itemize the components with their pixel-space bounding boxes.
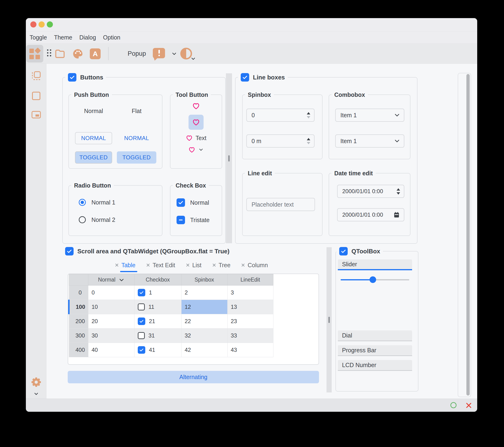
column-header-checkbox[interactable]: Checkbox (134, 274, 181, 286)
cell-normal[interactable]: 30 (88, 329, 134, 343)
cell-normal[interactable]: 10 (88, 300, 134, 314)
cell-lineedit[interactable]: 3 (227, 286, 273, 300)
line-boxes-group-checkbox[interactable] (241, 73, 249, 82)
tab-column[interactable]: Column (241, 260, 268, 270)
tab-list[interactable]: List (185, 260, 201, 270)
font-icon[interactable]: A (90, 48, 101, 59)
popup-chevron-down-icon[interactable] (171, 51, 177, 58)
frame-inspect-button[interactable] (31, 70, 42, 82)
contrast-chevron-down-icon[interactable] (190, 56, 196, 63)
alternating-button[interactable]: Alternating (68, 371, 319, 383)
scroll-area-group-checkbox[interactable] (65, 247, 73, 255)
spinbox-input-2[interactable]: 0 m (246, 134, 315, 148)
drag-handle-icon[interactable] (47, 49, 51, 56)
settings-button[interactable] (31, 376, 42, 388)
column-header-lineedit[interactable]: LineEdit (227, 274, 273, 286)
radio-normal-2[interactable]: Normal 2 (79, 216, 115, 223)
spin-down-icon[interactable] (396, 192, 400, 195)
normal-push-button[interactable]: NORMAL (75, 132, 112, 144)
spin-down-icon[interactable] (307, 142, 310, 144)
cell-spinbox[interactable]: 42 (181, 343, 227, 357)
tab-table[interactable]: Table (114, 260, 135, 270)
toolbox-section-dial[interactable]: Dial (338, 330, 412, 341)
toolbox-section-progress-bar[interactable]: Progress Bar (338, 345, 412, 356)
combobox-select-1[interactable]: Item 1 (335, 108, 404, 122)
cell-spinbox[interactable]: 32 (181, 329, 227, 343)
close-x-icon[interactable] (465, 402, 472, 410)
sidebar-chevron-down-icon[interactable] (31, 391, 42, 397)
vertical-splitter[interactable] (226, 73, 232, 243)
combobox-select-2[interactable]: Item 1 (335, 134, 404, 148)
menu-option[interactable]: Option (103, 34, 120, 41)
checkbox-checked-icon[interactable] (138, 346, 145, 354)
checkbox-checked-icon[interactable] (138, 318, 145, 325)
close-icon[interactable] (185, 263, 190, 268)
picture-in-picture-button[interactable] (31, 109, 42, 120)
cell-normal[interactable]: 20 (88, 314, 134, 329)
qtoolbox-group-checkbox[interactable] (339, 247, 348, 255)
heart-menu-button[interactable] (188, 146, 204, 153)
tab-text-edit[interactable]: Text Edit (146, 260, 175, 270)
zoom-traffic-light[interactable] (47, 21, 53, 28)
cell-lineedit[interactable]: 33 (227, 329, 273, 343)
checkbox-unchecked-icon[interactable] (138, 304, 145, 310)
line-edit-input[interactable]: Placeholder text (246, 198, 315, 211)
close-traffic-light[interactable] (30, 21, 36, 28)
cell-checkbox[interactable]: 11 (134, 300, 181, 314)
close-icon[interactable] (146, 263, 150, 268)
spin-up-icon[interactable] (307, 138, 310, 140)
spin-up-icon[interactable] (396, 188, 400, 191)
cell-spinbox-selected[interactable]: 12 (181, 300, 227, 314)
datetime-input-2[interactable]: 2000/01/01 0:00 (337, 208, 404, 221)
widgets-tool-button[interactable] (26, 45, 43, 63)
cell-checkbox[interactable]: 31 (134, 329, 181, 343)
tab-tree[interactable]: Tree (212, 260, 230, 270)
toolbox-section-lcd-number[interactable]: LCD Number (338, 360, 412, 371)
cell-lineedit[interactable]: 13 (227, 300, 273, 314)
cell-spinbox[interactable]: 22 (181, 314, 227, 329)
column-header-normal[interactable]: Normal (88, 274, 134, 286)
cell-normal[interactable]: 40 (88, 343, 134, 357)
heart-toggled-button[interactable] (189, 115, 204, 130)
spinbox-input-1[interactable]: 0 (246, 108, 315, 122)
close-icon[interactable] (114, 263, 119, 268)
cell-lineedit[interactable]: 43 (227, 343, 273, 357)
vertical-scrollbar[interactable] (466, 74, 470, 395)
slider-handle[interactable] (370, 276, 376, 283)
buttons-group-checkbox[interactable] (68, 73, 76, 82)
toggled-push-button[interactable]: TOGGLED (75, 151, 112, 163)
vertical-splitter[interactable] (326, 247, 332, 393)
cell-spinbox[interactable]: 2 (181, 286, 227, 300)
spin-up-icon[interactable] (307, 112, 310, 114)
square-button[interactable] (31, 90, 42, 102)
palette-button[interactable] (72, 48, 84, 61)
slider[interactable] (341, 276, 409, 283)
cell-checkbox[interactable]: 21 (134, 314, 181, 329)
spin-down-icon[interactable] (307, 116, 310, 118)
close-icon[interactable] (241, 263, 245, 268)
menu-dialog[interactable]: Dialog (79, 34, 96, 41)
row-header[interactable]: 0 (69, 286, 88, 300)
checkbox-checked-icon[interactable] (138, 289, 145, 296)
row-header[interactable]: 100 (69, 300, 88, 314)
normal-flat-push-button[interactable]: NORMAL (119, 132, 154, 144)
cell-lineedit[interactable]: 23 (227, 314, 273, 329)
toggled-flat-push-button[interactable]: TOGGLED (117, 151, 156, 163)
column-header-spinbox[interactable]: Spinbox (181, 274, 227, 286)
calendar-icon[interactable] (393, 211, 400, 218)
menu-theme[interactable]: Theme (54, 34, 72, 41)
checkbox-normal[interactable]: Normal (177, 198, 209, 207)
minimize-traffic-light[interactable] (38, 21, 45, 28)
datetime-input-1[interactable]: 2000/01/01 0:00 (337, 185, 404, 198)
heart-icon[interactable] (192, 102, 200, 110)
row-header[interactable]: 300 (69, 329, 88, 343)
cell-normal[interactable]: 0 (88, 286, 134, 300)
cell-checkbox[interactable]: 41 (134, 343, 181, 357)
ok-circle-icon[interactable] (450, 402, 456, 408)
row-header[interactable]: 400 (69, 343, 88, 357)
message-exclamation-icon[interactable] (153, 48, 165, 58)
cell-checkbox[interactable]: 1 (134, 286, 181, 300)
row-header[interactable]: 200 (69, 314, 88, 329)
table-corner-cell[interactable] (69, 274, 88, 286)
toolbox-section-slider[interactable]: Slider (338, 259, 412, 270)
